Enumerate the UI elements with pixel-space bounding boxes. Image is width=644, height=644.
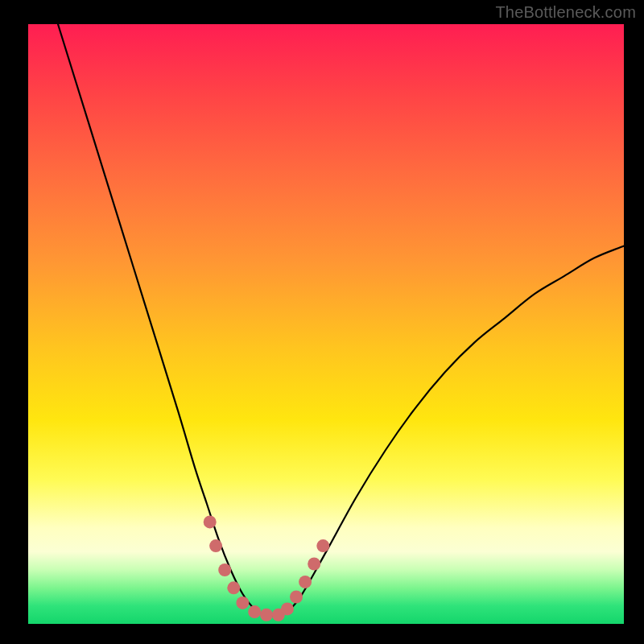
curve-marker bbox=[281, 602, 294, 615]
curve-marker bbox=[209, 539, 222, 552]
plot-area bbox=[28, 24, 624, 624]
chart-frame: TheBottleneck.com bbox=[0, 0, 644, 644]
watermark-text: TheBottleneck.com bbox=[495, 3, 636, 22]
bottleneck-curve-svg bbox=[28, 24, 624, 624]
curve-marker bbox=[204, 515, 217, 528]
curve-marker bbox=[227, 581, 240, 594]
curve-marker bbox=[299, 576, 312, 588]
bottleneck-curve bbox=[58, 24, 624, 616]
curve-marker bbox=[248, 605, 261, 618]
curve-markers bbox=[204, 515, 330, 621]
curve-marker bbox=[290, 591, 303, 604]
curve-marker bbox=[260, 609, 273, 621]
curve-marker bbox=[236, 597, 249, 609]
curve-marker bbox=[308, 558, 320, 571]
curve-marker bbox=[218, 564, 231, 576]
curve-marker bbox=[316, 539, 329, 552]
